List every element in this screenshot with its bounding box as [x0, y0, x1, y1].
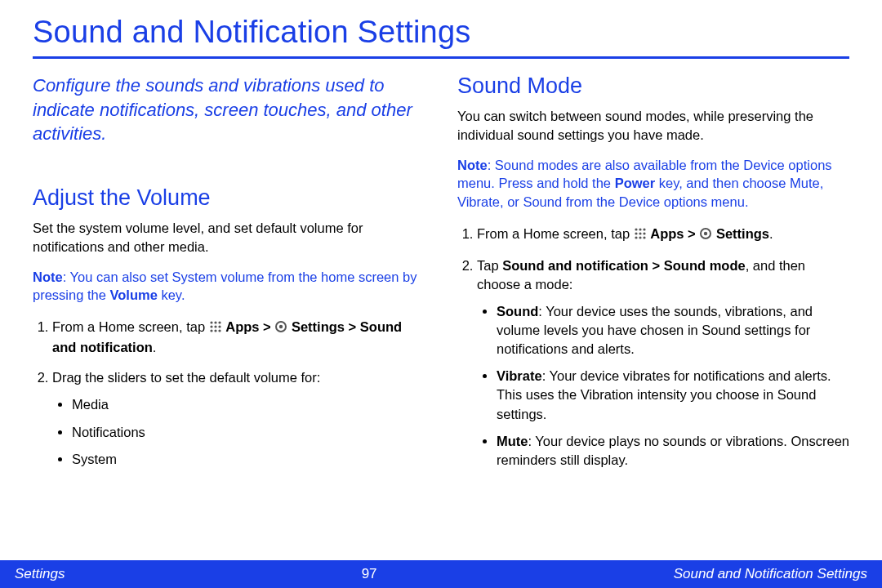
step1-tail: . — [153, 340, 157, 354]
sound-mode-description: You can switch between sound modes, whil… — [457, 107, 849, 145]
svg-point-7 — [214, 330, 216, 332]
step2-text: Drag the sliders to set the default volu… — [52, 370, 320, 385]
step1-apps-label: Apps > — [225, 319, 274, 334]
step-1: From a Home screen, tap Apps > Settings. — [477, 225, 849, 245]
mode-text: : Your device vibrates for notifications… — [497, 368, 831, 421]
intro-text: Configure the sounds and vibrations used… — [33, 74, 425, 146]
svg-point-6 — [210, 330, 212, 332]
mode-label: Vibrate — [497, 368, 542, 383]
svg-point-10 — [279, 325, 283, 328]
svg-point-19 — [643, 236, 645, 238]
step1-tail: . — [769, 226, 773, 241]
step1-text-a: From a Home screen, tap — [52, 319, 209, 334]
svg-point-13 — [643, 228, 645, 230]
svg-point-0 — [210, 322, 212, 324]
step2-text-a: Tap — [477, 258, 502, 273]
list-item: Sound: Your device uses the sounds, vibr… — [497, 302, 849, 359]
volume-slider-list: Media Notifications System — [52, 395, 425, 468]
note-label: Note — [457, 158, 488, 172]
step1-settings-label: Settings — [716, 226, 769, 241]
note-adjust-volume: Note: You can also set System volume fro… — [33, 268, 425, 305]
note-label: Note — [33, 270, 63, 284]
svg-point-8 — [218, 330, 220, 332]
svg-point-11 — [635, 228, 637, 230]
mode-text: : Your device uses the sounds, vibration… — [497, 304, 813, 356]
page-title: Sound and Notification Settings — [33, 15, 849, 59]
svg-point-18 — [639, 236, 641, 238]
two-column-layout: Configure the sounds and vibrations used… — [33, 74, 849, 481]
svg-point-3 — [210, 326, 212, 328]
section-heading-adjust-volume: Adjust the Volume — [33, 185, 425, 211]
note-sound-mode: Note: Sound modes are also available fro… — [457, 156, 849, 212]
step-1: From a Home screen, tap Apps > Settings … — [52, 318, 425, 357]
step-2: Drag the sliders to set the default volu… — [52, 368, 425, 468]
list-item: Vibrate: Your device vibrates for notifi… — [497, 367, 849, 423]
apps-grid-icon — [634, 226, 647, 245]
note-text-2: key. — [158, 287, 185, 302]
sound-mode-list: Sound: Your device uses the sounds, vibr… — [477, 302, 849, 470]
footer-page-number: 97 — [362, 566, 377, 582]
note-text-1: : You can also set System volume from th… — [33, 270, 416, 303]
svg-point-16 — [643, 232, 645, 234]
svg-point-21 — [704, 232, 707, 235]
svg-point-5 — [218, 326, 220, 328]
svg-point-17 — [635, 236, 637, 238]
step1-apps-label: Apps > — [650, 226, 699, 241]
list-item: Mute: Your device plays no sounds or vib… — [497, 432, 849, 470]
svg-point-4 — [214, 326, 216, 328]
right-column: Sound Mode You can switch between sound … — [457, 74, 849, 481]
svg-point-12 — [639, 228, 641, 230]
svg-point-14 — [635, 232, 637, 234]
apps-grid-icon — [209, 319, 222, 338]
list-item: Media — [72, 395, 425, 414]
adjust-volume-description: Set the system volume level, and set def… — [33, 219, 425, 256]
left-column: Configure the sounds and vibrations used… — [33, 74, 425, 481]
footer-left: Settings — [15, 566, 65, 582]
settings-gear-icon — [699, 226, 712, 245]
list-item: System — [72, 450, 425, 469]
mode-label: Sound — [497, 304, 538, 318]
list-item: Notifications — [72, 423, 425, 442]
mode-text: : Your device plays no sounds or vibrati… — [497, 434, 849, 467]
svg-point-2 — [218, 322, 220, 324]
footer-right: Sound and Notification Settings — [674, 566, 867, 582]
adjust-volume-steps: From a Home screen, tap Apps > Settings … — [33, 318, 425, 469]
settings-gear-icon — [274, 319, 287, 338]
note-bold-volume: Volume — [109, 287, 157, 302]
note-bold-power: Power — [615, 176, 656, 190]
page-footer: Settings 97 Sound and Notification Setti… — [0, 560, 882, 588]
step2-bold: Sound and notification > Sound mode — [502, 258, 745, 273]
step1-text-a: From a Home screen, tap — [477, 226, 634, 241]
sound-mode-steps: From a Home screen, tap Apps > Settings.… — [457, 225, 849, 470]
manual-page: Sound and Notification Settings Configur… — [0, 0, 882, 481]
svg-point-1 — [214, 322, 216, 324]
svg-point-15 — [639, 232, 641, 234]
section-heading-sound-mode: Sound Mode — [457, 74, 849, 99]
step-2: Tap Sound and notification > Sound mode,… — [477, 256, 849, 470]
mode-label: Mute — [497, 434, 528, 448]
